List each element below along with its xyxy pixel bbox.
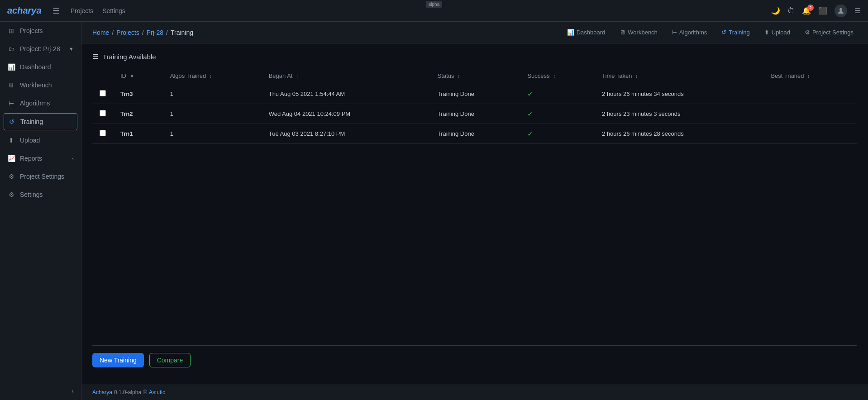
col-header-success[interactable]: Success ↕	[520, 68, 595, 84]
action-upload[interactable]: ⬆ Upload	[761, 27, 794, 38]
action-algorithms[interactable]: ⊢ Algorithms	[668, 27, 711, 38]
sort-icon: ↕	[210, 74, 212, 79]
settings-icon: ⚙	[7, 191, 15, 198]
notification-icon[interactable]: 🔔 2	[802, 6, 811, 15]
content-area: ☰ Training Available ID ▼ Algos Trai	[81, 43, 868, 384]
sidebar-item-label: Training	[20, 118, 43, 125]
workbench-action-icon: 🖥	[620, 29, 625, 36]
table-row[interactable]: Trn3 1 Thu Aug 05 2021 1:54:44 AM Traini…	[92, 84, 857, 104]
row-algos: 1	[163, 84, 262, 104]
row-id: Trn2	[113, 104, 163, 124]
row-checkbox-cell[interactable]	[92, 124, 113, 144]
breadcrumb-projects[interactable]: Projects	[116, 29, 139, 36]
col-best-label: Best Trained	[771, 72, 804, 79]
action-training[interactable]: ↺ Training	[718, 27, 753, 38]
menu-icon[interactable]: ☰	[854, 6, 861, 15]
compare-button[interactable]: Compare	[149, 353, 191, 367]
action-workbench[interactable]: 🖥 Workbench	[616, 27, 661, 38]
sidebar-item-settings[interactable]: ⚙ Settings	[0, 186, 81, 204]
clock-icon[interactable]: ⏱	[787, 7, 795, 15]
row-best	[763, 84, 857, 104]
training-action-icon: ↺	[721, 29, 726, 36]
new-training-button[interactable]: New Training	[92, 353, 144, 367]
top-nav: acharya ☰ Projects Settings alpha 🌙 ⏱ 🔔 …	[0, 0, 868, 22]
hamburger-icon[interactable]: ☰	[52, 6, 60, 16]
row-status: Training Done	[430, 84, 520, 104]
sidebar-item-training[interactable]: ↺ Training	[4, 113, 77, 130]
section-title: Training Available	[103, 53, 156, 61]
sort-icon: ↕	[296, 74, 298, 79]
action-label: Workbench	[628, 29, 658, 36]
row-algos: 1	[163, 124, 262, 144]
footer-brand-link[interactable]: Acharya	[92, 389, 112, 395]
col-time-label: Time Taken	[602, 72, 632, 79]
action-project-settings[interactable]: ⚙ Project Settings	[801, 27, 857, 38]
row-checkbox-cell[interactable]	[92, 104, 113, 124]
footer-version: 0.1.0-alpha	[114, 389, 141, 395]
sidebar-item-projects[interactable]: ⊞ Projects	[0, 22, 81, 40]
breadcrumb-current: Training	[171, 29, 193, 36]
window-icon[interactable]: ⬛	[818, 6, 827, 15]
col-algos-label: Algos Trained	[170, 72, 206, 79]
table-row[interactable]: Trn1 1 Tue Aug 03 2021 8:27:10 PM Traini…	[92, 124, 857, 144]
sidebar-item-dashboard[interactable]: 📊 Dashboard	[0, 58, 81, 76]
dashboard-action-icon: 📊	[567, 29, 574, 36]
col-header-time[interactable]: Time Taken ↕	[595, 68, 763, 84]
avatar[interactable]	[835, 5, 847, 17]
table-row[interactable]: Trn2 1 Wed Aug 04 2021 10:24:09 PM Train…	[92, 104, 857, 124]
sidebar-item-label: Project Settings	[20, 173, 64, 180]
action-dashboard[interactable]: 📊 Dashboard	[563, 27, 609, 38]
success-checkmark-icon: ✓	[527, 130, 533, 138]
row-began: Wed Aug 04 2021 10:24:09 PM	[262, 104, 430, 124]
action-label: Dashboard	[577, 29, 606, 36]
nav-settings[interactable]: Settings	[102, 7, 125, 14]
sidebar-item-workbench[interactable]: 🖥 Workbench	[0, 76, 81, 94]
row-status: Training Done	[430, 104, 520, 124]
row-status: Training Done	[430, 124, 520, 144]
row-checkbox[interactable]	[100, 90, 106, 96]
dashboard-icon: 📊	[7, 63, 15, 71]
table-header-row: ID ▼ Algos Trained ↕ Began At ↕	[92, 68, 857, 84]
col-header-status[interactable]: Status ↕	[430, 68, 520, 84]
col-status-label: Status	[438, 72, 454, 79]
breadcrumb: Home / Projects / Prj-28 / Training	[92, 29, 193, 36]
success-checkmark-icon: ✓	[527, 110, 533, 118]
sidebar-item-label: Upload	[20, 137, 40, 144]
sidebar-item-algorithms[interactable]: ⊢ Algorithms	[0, 94, 81, 112]
row-checkbox[interactable]	[100, 110, 106, 116]
row-time: 2 hours 23 minutes 3 seconds	[595, 104, 763, 124]
footer-company-link[interactable]: Astutic	[149, 389, 165, 395]
action-label: Training	[729, 29, 749, 36]
sidebar-collapse-button[interactable]: ‹	[0, 382, 81, 400]
row-algos: 1	[163, 104, 262, 124]
sidebar-item-label: Projects	[20, 27, 43, 34]
grid-icon: ⊞	[7, 27, 15, 34]
breadcrumb-project[interactable]: Prj-28	[147, 29, 163, 36]
col-header-id[interactable]: ID ▼	[113, 68, 163, 84]
sidebar-item-project[interactable]: 🗂 Project: Prj-28 ▼	[0, 40, 81, 58]
row-best	[763, 124, 857, 144]
col-header-algos[interactable]: Algos Trained ↕	[163, 68, 262, 84]
sidebar-item-reports[interactable]: 📈 Reports ‹	[0, 149, 81, 167]
sidebar-item-upload[interactable]: ⬆ Upload	[0, 131, 81, 149]
row-checkbox-cell[interactable]	[92, 84, 113, 104]
success-checkmark-icon: ✓	[527, 90, 533, 98]
algorithms-action-icon: ⊢	[672, 29, 677, 36]
moon-icon[interactable]: 🌙	[771, 6, 780, 15]
chevron-right-icon: ‹	[72, 156, 74, 161]
training-table-container: ID ▼ Algos Trained ↕ Began At ↕	[92, 68, 857, 342]
nav-projects[interactable]: Projects	[71, 7, 94, 14]
logo[interactable]: acharya	[7, 5, 42, 16]
top-nav-right: 🌙 ⏱ 🔔 2 ⬛ ☰	[771, 5, 861, 17]
sidebar-item-label: Dashboard	[20, 63, 51, 71]
row-id: Trn1	[113, 124, 163, 144]
folder-icon: 🗂	[7, 45, 15, 52]
col-header-best[interactable]: Best Trained ↕	[763, 68, 857, 84]
row-checkbox[interactable]	[100, 130, 106, 136]
col-header-began[interactable]: Began At ↕	[262, 68, 430, 84]
breadcrumb-home[interactable]: Home	[92, 29, 109, 36]
sidebar-item-project-settings[interactable]: ⚙ Project Settings	[0, 167, 81, 186]
breadcrumb-sep: /	[142, 29, 144, 36]
col-id-label: ID	[120, 72, 126, 79]
content-footer: New Training Compare	[92, 345, 857, 375]
